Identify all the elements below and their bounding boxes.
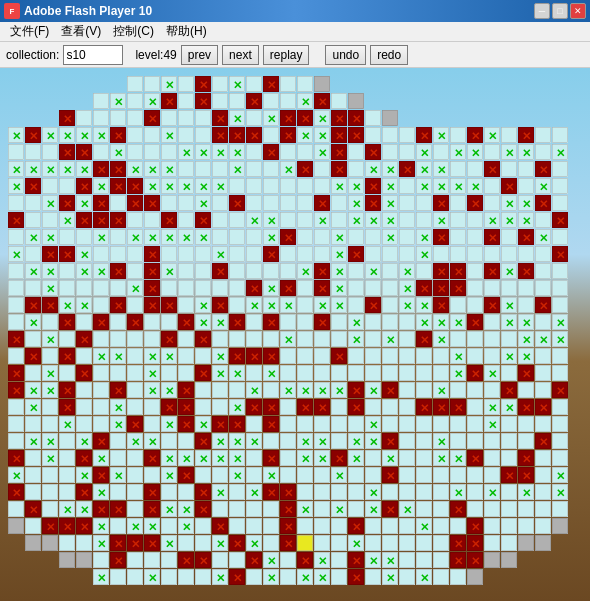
close-button[interactable]: ✕ [570, 3, 586, 19]
maximize-button[interactable]: □ [552, 3, 568, 19]
undo-button[interactable]: undo [325, 45, 366, 65]
title-text: F Adobe Flash Player 10 [4, 3, 152, 19]
collection-label: collection: [6, 48, 59, 62]
title-label: Adobe Flash Player 10 [24, 4, 152, 18]
replay-button[interactable]: replay [263, 45, 310, 65]
prev-button[interactable]: prev [181, 45, 218, 65]
toolbar: collection: level:49 prev next replay un… [0, 42, 590, 68]
menu-bar: 文件(F) 查看(V) 控制(C) 帮助(H) [0, 22, 590, 42]
minimize-button[interactable]: ─ [534, 3, 550, 19]
menu-view[interactable]: 查看(V) [55, 21, 107, 42]
redo-button[interactable]: redo [370, 45, 408, 65]
menu-control[interactable]: 控制(C) [107, 21, 160, 42]
collection-input[interactable] [63, 45, 123, 65]
menu-help[interactable]: 帮助(H) [160, 21, 213, 42]
main-content: ✕ ✕ ✕ [0, 68, 590, 601]
menu-file[interactable]: 文件(F) [4, 21, 55, 42]
title-bar: F Adobe Flash Player 10 ─ □ ✕ [0, 0, 590, 22]
title-controls: ─ □ ✕ [534, 3, 586, 19]
level-label: level:49 [135, 48, 176, 62]
game-canvas[interactable] [8, 76, 582, 592]
next-button[interactable]: next [222, 45, 259, 65]
app-icon: F [4, 3, 20, 19]
